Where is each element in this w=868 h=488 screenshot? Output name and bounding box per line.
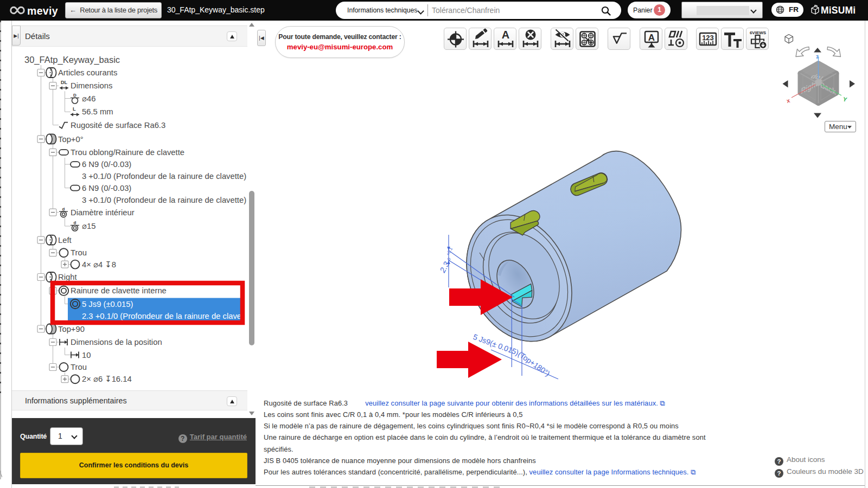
svg-text:0: 0	[446, 256, 452, 261]
svg-text:30_FAtp_Keyway_basic: 30_FAtp_Keyway_basic	[24, 55, 120, 65]
svg-text:3 +0.1/0 (Profondeur de la rai: 3 +0.1/0 (Profondeur de la rainure de cl…	[82, 172, 246, 181]
svg-text:L: L	[73, 106, 76, 112]
svg-text:4× ⌀4 ↧8: 4× ⌀4 ↧8	[82, 260, 116, 269]
svg-text:56.5 mm: 56.5 mm	[82, 107, 113, 116]
svg-text:Top+0°: Top+0°	[58, 135, 84, 144]
svg-text:z: z	[815, 53, 820, 60]
svg-text:⌀15: ⌀15	[82, 222, 95, 230]
svg-text:Left: Left	[58, 236, 72, 245]
svg-text:Top+90: Top+90	[58, 325, 85, 333]
svg-text:DL: DL	[61, 80, 67, 85]
svg-text:Rainure de clavette interne: Rainure de clavette interne	[71, 286, 167, 295]
svg-text:Dimensions de la position: Dimensions de la position	[71, 338, 162, 346]
svg-text:2.3 +0.1/0 (Profondeur de la r: 2.3 +0.1/0 (Profondeur de la rainure de …	[82, 312, 247, 320]
svg-text:3 +0.1/0 (Profondeur de la rai: 3 +0.1/0 (Profondeur de la rainure de cl…	[82, 196, 246, 204]
svg-text:Diamètre intérieur: Diamètre intérieur	[71, 208, 135, 217]
svg-text:Dimensions: Dimensions	[71, 81, 112, 90]
svg-text:x: x	[786, 97, 791, 104]
svg-text:d: d	[74, 220, 76, 225]
svg-text:⌀46: ⌀46	[82, 94, 95, 103]
svg-text:6 N9 (0/-0.03): 6 N9 (0/-0.03)	[82, 184, 131, 192]
svg-text:10: 10	[82, 351, 91, 359]
svg-text:Trou oblong/Rainure de clavett: Trou oblong/Rainure de clavette	[71, 148, 184, 157]
svg-text:Y: Y	[842, 95, 848, 103]
svg-text:6 N9 (0/-0.03): 6 N9 (0/-0.03)	[82, 160, 131, 169]
svg-text:+0.1: +0.1	[445, 246, 454, 256]
svg-text:Articles courants: Articles courants	[58, 68, 117, 77]
svg-text:5 Js9 (±0.015): 5 Js9 (±0.015)	[82, 300, 133, 309]
svg-text:2× ⌀6 ↧16.14: 2× ⌀6 ↧16.14	[82, 375, 132, 383]
svg-text:d: d	[62, 207, 65, 211]
svg-text:D: D	[73, 93, 76, 98]
svg-text:Right: Right	[58, 273, 77, 281]
svg-text:Trou: Trou	[71, 248, 87, 257]
svg-text:Trou: Trou	[71, 363, 87, 371]
svg-text:Rugosité de surface Ra6.3: Rugosité de surface Ra6.3	[71, 121, 165, 130]
